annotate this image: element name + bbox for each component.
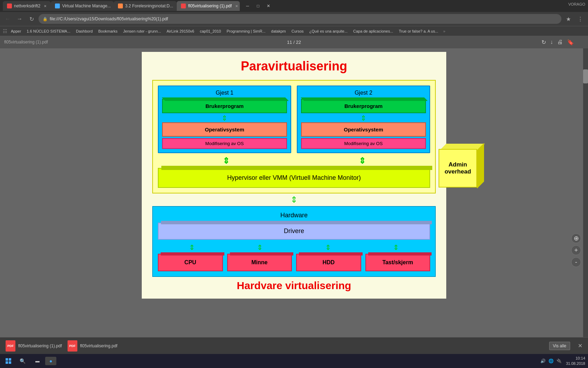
pdf-filename: fl05virtualisering (1).pdf (4, 40, 48, 45)
taskbar-search[interactable]: 🔍 (15, 357, 30, 365)
title-bar: nettverksdrift2 ✕ Virtual Machine Manage… (0, 0, 588, 12)
admin-overhead-label: Admin overhead (439, 149, 477, 188)
pdf-page: Paravirtualisering Gjest 1 Brukerprogram… (142, 52, 446, 299)
hdd-component: HDD (296, 254, 361, 271)
apps-icon[interactable]: ☷ (3, 28, 7, 34)
arrow-down-g1: ⇕ (162, 115, 287, 122)
tab-label-2: Virtual Machine Manage... (62, 4, 111, 8)
download-name-1: fl05virtualisering (1).pdf (18, 343, 62, 348)
taskbar-chrome[interactable]: ● (45, 357, 56, 365)
bookmark-programming[interactable]: Programming | SimR... (224, 28, 267, 34)
download-item-2[interactable]: PDF fl05virtualisering.pdf (68, 340, 118, 352)
download-icon-2: PDF (68, 340, 77, 352)
tab-close-4[interactable]: ✕ (235, 4, 238, 8)
pdf-toolbar-right: ↻ ↓ 🖨 🔖 (541, 39, 574, 46)
bookmark-dashbord[interactable]: Dashbord (74, 28, 95, 34)
menu-button[interactable]: ⋮ (575, 14, 585, 24)
pdf-print-icon[interactable]: 🖨 (557, 39, 563, 45)
tab-pdf[interactable]: fl05virtualisering (1).pdf ✕ (177, 1, 240, 11)
main-content: Paravirtualisering Gjest 1 Brukerprogram… (0, 48, 588, 337)
address-bar[interactable]: 🔒 file:///C:/Users/zvagui15/Downloads/fl… (38, 14, 561, 24)
zoom-move-button[interactable]: ⊕ (571, 233, 581, 243)
tab-label-1: nettverksdrift2 (14, 4, 40, 8)
big-arrow-1: ⇕ (223, 156, 230, 166)
bookmark-airlink[interactable]: AirLink 29150v6 (164, 28, 196, 34)
diagram-container: Gjest 1 Brukerprogram ⇕ Operativsystem M… (152, 80, 436, 193)
hardware-section: Hardware Drivere ⇕ ⇕ ⇕ ⇕ CPU Minne HDD T… (152, 206, 436, 277)
bookmark-arquitectura[interactable]: ¿Qué es una arquite... (307, 28, 350, 34)
hypervisor-box: Hypervisor eller VMM (Virtuell Machine M… (158, 168, 430, 188)
system-tray: 🔊 🌐 🔌 (540, 359, 562, 363)
back-button[interactable]: ← (3, 14, 13, 24)
bookmark-datakpm[interactable]: datakpm (269, 28, 288, 34)
guest2-brukerprogram: Brukerprogram (301, 99, 426, 113)
start-button[interactable] (3, 355, 14, 367)
close-button[interactable]: ✕ (264, 1, 273, 11)
guests-row: Gjest 1 Brukerprogram ⇕ Operativsystem M… (158, 86, 430, 153)
tab-close-1[interactable]: ✕ (44, 4, 47, 8)
forward-button[interactable]: → (15, 14, 24, 24)
tab-favicon-1 (7, 4, 12, 8)
tab-forelesning[interactable]: 3.2 Forelesningsnotat:D... ✕ (114, 1, 177, 11)
reload-button[interactable]: ↻ (27, 14, 36, 24)
arrows-to-hypervisor: ⇕ ⇕ (158, 156, 430, 166)
window-controls: ─ □ ✕ (243, 1, 273, 11)
chrome-icon: ● (49, 358, 52, 364)
tab-label-4: fl05virtualisering (1).pdf (188, 4, 232, 8)
bookmark-button[interactable]: ★ (564, 14, 573, 24)
download-name-2: fl05virtualisering.pdf (80, 343, 118, 348)
maximize-button[interactable]: □ (253, 1, 263, 11)
vis-alle-button[interactable]: Vis alle (549, 342, 570, 350)
big-arrow-2: ⇕ (359, 156, 366, 166)
tab-favicon-3 (118, 4, 123, 8)
hw-arrow-2: ⇕ (257, 243, 263, 252)
search-icon: 🔍 (20, 358, 26, 364)
minimize-button[interactable]: ─ (243, 1, 252, 11)
pdf-refresh-icon[interactable]: ↻ (541, 39, 546, 46)
guest1-title: Gjest 1 (162, 90, 287, 96)
tastskjerm-component: Tast/skjerm (365, 254, 430, 271)
hw-arrow-1: ⇕ (189, 243, 195, 252)
bookmark-apper[interactable]: Apper (9, 28, 23, 34)
bookmark-cap01[interactable]: cap01_2010 (198, 28, 223, 34)
zoom-controls: ⊕ + - (571, 233, 581, 267)
bookmark-capa[interactable]: Capa de aplicaciones... (351, 28, 395, 34)
guest1-modifisering: Modifisering av OS (162, 138, 287, 149)
bookmark-bookmarks[interactable]: Bookmarks (96, 28, 120, 34)
hw-arrow-4: ⇕ (393, 243, 399, 252)
pdf-bookmark-icon[interactable]: 🔖 (567, 39, 574, 46)
bottom-text: Hardvare virtualisering (152, 280, 436, 292)
minne-component: Minne (227, 254, 292, 271)
download-bar: PDF fl05virtualisering (1).pdf PDF fl05v… (0, 337, 588, 354)
zoom-out-button[interactable]: - (571, 257, 581, 267)
pdf-download-icon[interactable]: ↓ (550, 39, 553, 45)
hw-components-row: CPU Minne HDD Tast/skjerm (158, 254, 430, 271)
scrollbar-track[interactable] (583, 48, 588, 337)
taskbar-multitask[interactable]: ▬ (31, 357, 44, 365)
bookmark-cursos[interactable]: Cursos (289, 28, 306, 34)
bookmark-nucleo[interactable]: 1.6 NÚCLEO SISTEMA... (24, 28, 72, 34)
download-item-1[interactable]: PDF fl05virtualisering (1).pdf (6, 340, 62, 352)
bookmarks-bar: ☷ Apper 1.6 NÚCLEO SISTEMA... Dashbord B… (0, 26, 588, 36)
tab-favicon-4 (181, 4, 186, 8)
taskbar: 🔍 ▬ ● 🔊 🌐 🔌 10:14 31.08.2018 (0, 354, 588, 368)
bookmark-jensen[interactable]: Jensen ruter - grunn... (121, 28, 163, 34)
address-text: file:///C:/Users/zvagui15/Downloads/fl05… (50, 16, 168, 21)
guest2-box: Gjest 2 Brukerprogram ⇕ Operativsystem M… (297, 86, 430, 153)
tab-favicon-2 (55, 4, 60, 8)
admin-face-right (477, 143, 484, 189)
diagram-title: Paravirtualisering (152, 59, 436, 74)
zoom-in-button[interactable]: + (571, 245, 581, 255)
tab-vmm[interactable]: Virtual Machine Manage... ✕ (51, 1, 114, 11)
hw-arrows-row: ⇕ ⇕ ⇕ ⇕ (158, 243, 430, 252)
arrow-down-g2: ⇕ (301, 115, 426, 122)
cpu-component: CPU (158, 254, 223, 271)
bookmark-true[interactable]: True or false? a. A us... (397, 28, 440, 34)
scroll-thumb[interactable] (583, 69, 588, 83)
guest2-modifisering: Modifisering av OS (301, 138, 426, 149)
guest2-operativsystem: Operativsystem (301, 122, 426, 137)
tab-nettverksdrift[interactable]: nettverksdrift2 ✕ (3, 1, 51, 11)
more-bookmarks[interactable]: » (443, 29, 445, 33)
nav-bar: ← → ↻ 🔒 file:///C:/Users/zvagui15/Downlo… (0, 12, 588, 26)
close-download-button[interactable]: ✕ (578, 342, 582, 349)
